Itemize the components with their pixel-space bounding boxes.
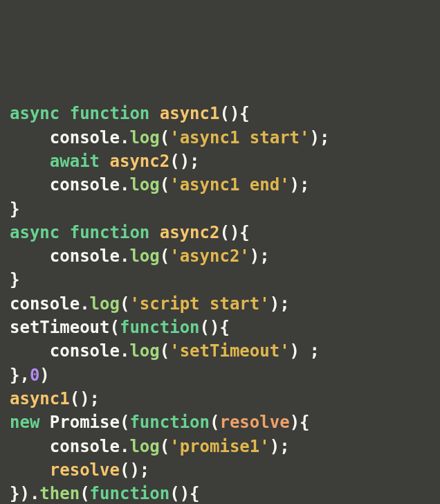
token-obj: setTimeout — [10, 318, 110, 337]
token-fn: async2 — [160, 223, 220, 242]
token-kw: async — [10, 223, 59, 242]
code-line: }).then(function(){ — [10, 484, 200, 503]
code-line: console.log('async1 start'); — [10, 128, 329, 147]
token-punc: . — [120, 246, 129, 266]
token-punc: ( — [160, 341, 169, 361]
token-method: log — [129, 341, 159, 361]
token-method: log — [129, 128, 159, 147]
indent — [10, 152, 50, 171]
token-kw: function — [70, 223, 150, 242]
token-punc — [59, 104, 69, 123]
code-line: async function async2(){ — [10, 223, 250, 242]
code-line: } — [10, 199, 19, 219]
token-punc: ( — [160, 437, 169, 456]
token-punc: ){ — [290, 413, 310, 432]
indent — [10, 175, 50, 195]
token-punc — [149, 104, 159, 123]
token-punc: ) — [39, 366, 49, 385]
token-obj: console — [50, 175, 120, 195]
code-line: async function async1(){ — [10, 104, 250, 123]
token-str: 'script start' — [129, 294, 269, 314]
token-fn: async1 — [160, 104, 220, 123]
token-obj: console — [10, 294, 80, 314]
token-method: log — [90, 294, 120, 314]
code-line: new Promise(function(resolve){ — [10, 413, 310, 432]
token-punc: ); — [270, 437, 290, 456]
token-punc: (){ — [219, 223, 249, 242]
token-kw: await — [50, 152, 100, 171]
code-line: async1(); — [10, 389, 100, 408]
token-punc: . — [120, 341, 129, 361]
token-method: log — [129, 175, 159, 195]
token-str: 'promise1' — [169, 437, 270, 456]
token-obj: console — [50, 437, 120, 456]
token-punc: ); — [310, 128, 330, 147]
token-punc: (); — [120, 460, 149, 480]
token-kw: new — [10, 413, 39, 432]
code-line: },0) — [10, 366, 50, 385]
indent — [10, 460, 50, 480]
code-line: console.log('async2'); — [10, 246, 270, 266]
token-punc: ); — [270, 294, 290, 314]
token-obj: Promise — [50, 413, 120, 432]
token-str: 'async1 start' — [169, 128, 309, 147]
token-punc: ); — [290, 175, 310, 195]
token-punc: ) ; — [290, 341, 320, 361]
code-block: async function async1(){ console.log('as… — [10, 102, 430, 504]
indent — [10, 246, 50, 266]
token-punc: } — [10, 199, 19, 219]
token-fn: resolve — [50, 460, 120, 480]
token-method: log — [129, 437, 159, 456]
token-method: log — [129, 246, 159, 266]
token-param: resolve — [219, 413, 289, 432]
token-punc: } — [10, 270, 19, 289]
token-str: 'async1 end' — [169, 175, 289, 195]
token-punc: ( — [80, 484, 89, 503]
indent — [10, 341, 50, 361]
indent — [10, 437, 50, 456]
token-obj: console — [50, 246, 120, 266]
code-line: await async2(); — [10, 152, 200, 171]
token-fn: async2 — [110, 152, 170, 171]
token-str: 'async2' — [169, 246, 250, 266]
token-kw: async — [10, 104, 59, 123]
token-punc: ( — [210, 413, 219, 432]
code-line: console.log('async1 end'); — [10, 175, 310, 195]
token-punc: . — [120, 175, 129, 195]
token-punc: ( — [110, 318, 120, 337]
token-punc: (); — [70, 389, 100, 408]
token-punc — [39, 413, 49, 432]
token-str: 'setTimeout' — [169, 341, 289, 361]
token-punc: }). — [10, 484, 39, 503]
token-punc — [149, 223, 159, 242]
token-punc: (){ — [169, 484, 199, 503]
token-punc: }, — [10, 366, 30, 385]
token-punc: (); — [169, 152, 199, 171]
token-punc: ( — [160, 175, 169, 195]
code-line: console.log('promise1'); — [10, 437, 290, 456]
token-punc: (){ — [219, 104, 249, 123]
token-kw: function — [90, 484, 170, 503]
token-punc — [100, 152, 109, 171]
token-kw: function — [70, 104, 150, 123]
token-punc: . — [120, 128, 129, 147]
token-num: 0 — [30, 366, 39, 385]
code-line: resolve(); — [10, 460, 149, 480]
token-punc — [59, 223, 69, 242]
code-line: console.log('setTimeout') ; — [10, 341, 320, 361]
token-punc: ( — [120, 413, 129, 432]
token-punc: . — [80, 294, 89, 314]
code-line: console.log('script start'); — [10, 294, 290, 314]
token-obj: console — [50, 128, 120, 147]
token-punc: . — [120, 437, 129, 456]
indent — [10, 128, 50, 147]
token-punc: ( — [160, 246, 169, 266]
token-punc: ( — [120, 294, 129, 314]
token-obj: console — [50, 341, 120, 361]
token-punc: ( — [160, 128, 169, 147]
token-kw: function — [120, 318, 200, 337]
token-kw: function — [129, 413, 210, 432]
token-fn: async1 — [10, 389, 70, 408]
token-punc: ); — [250, 246, 270, 266]
token-method: then — [39, 484, 80, 503]
